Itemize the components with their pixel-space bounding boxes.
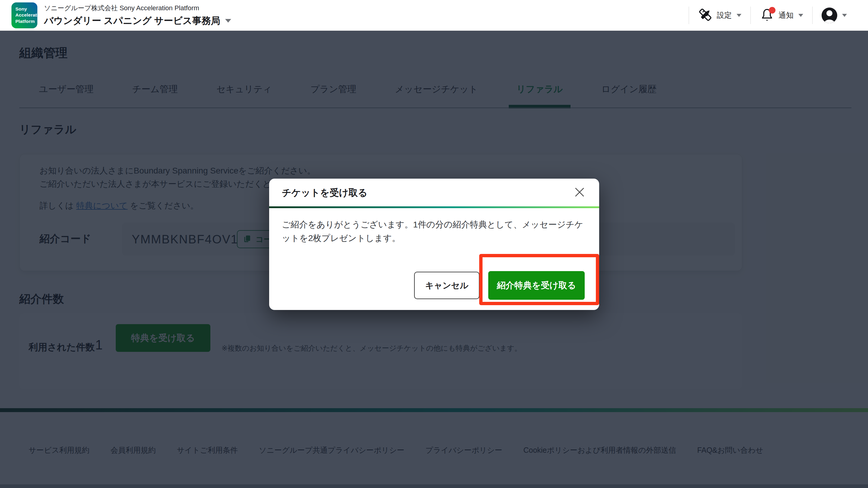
org-switcher-caret-icon[interactable] (225, 19, 231, 23)
notification-bell-icon (760, 7, 774, 23)
organization-name: バウンダリー スパニング サービス事務局 (44, 14, 220, 27)
sony-acceleration-platform-logo: Sony Acceleration Platform (11, 2, 37, 28)
settings-tools-icon (698, 7, 712, 23)
settings-caret-icon (737, 14, 741, 17)
logo-line: Platform (16, 19, 37, 24)
header-titles: ソニーグループ株式会社 Sony Acceleration Platform バ… (44, 4, 231, 27)
modal-gradient-divider (269, 206, 599, 208)
cancel-button[interactable]: キャンセル (414, 272, 479, 299)
modal-title: チケットを受け取る (282, 187, 367, 199)
notifications-caret-icon (798, 14, 803, 17)
app-header: Sony Acceleration Platform ソニーグループ株式会社 S… (0, 0, 868, 31)
notifications-menu[interactable]: 通知 (751, 0, 812, 30)
account-menu[interactable] (812, 0, 856, 30)
account-caret-icon (842, 14, 847, 17)
notification-unread-dot (769, 7, 775, 13)
modal-close-icon[interactable] (574, 187, 585, 198)
receive-ticket-modal: チケットを受け取る ご紹介をありがとうございます。1件の分の紹介特典として、メッ… (269, 178, 599, 310)
settings-menu[interactable]: 設定 (689, 0, 750, 30)
settings-label: 設定 (717, 10, 732, 20)
logo-line: Sony (16, 6, 37, 12)
notifications-label: 通知 (778, 10, 794, 20)
user-avatar-icon (822, 7, 837, 23)
header-actions: 設定 通知 (689, 0, 856, 30)
company-name: ソニーグループ株式会社 Sony Acceleration Platform (44, 4, 231, 13)
logo-line: Acceleration (16, 12, 37, 18)
receive-benefit-button[interactable]: 紹介特典を受け取る (488, 271, 585, 300)
modal-body-text: ご紹介をありがとうございます。1件の分の紹介特典として、メッセージチケットを2枚… (282, 218, 588, 245)
